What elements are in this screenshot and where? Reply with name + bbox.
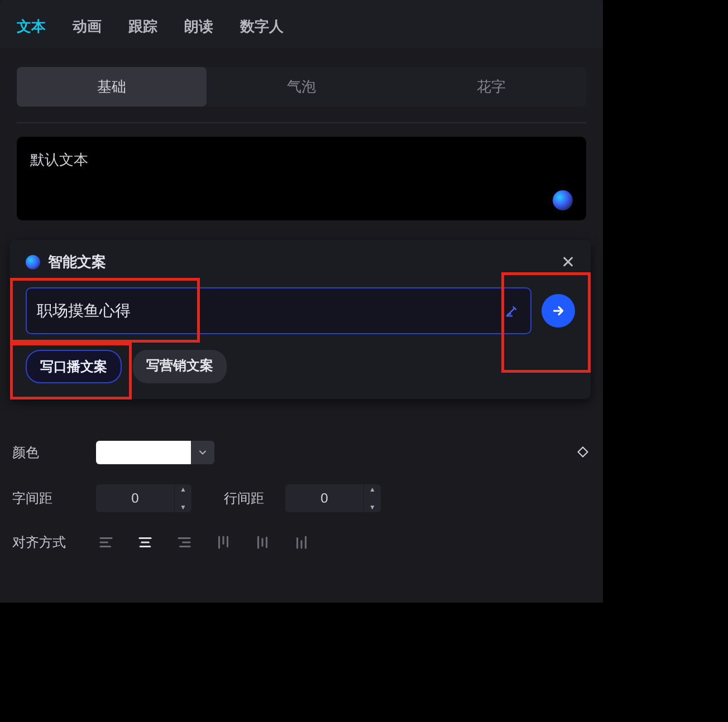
letter-spacing-label: 字间距 bbox=[12, 489, 96, 507]
color-picker[interactable] bbox=[96, 441, 214, 464]
line-spacing-input[interactable]: 0 bbox=[285, 484, 363, 512]
tab-avatar[interactable]: 数字人 bbox=[240, 17, 284, 36]
color-label: 颜色 bbox=[12, 444, 96, 461]
ai-orb-icon[interactable] bbox=[553, 190, 573, 210]
row-spacing: 字间距 0 ▲ ▼ 行间距 0 ▲ ▼ bbox=[12, 484, 591, 512]
stepper-down-icon[interactable]: ▼ bbox=[175, 504, 191, 510]
letter-spacing-input[interactable]: 0 bbox=[96, 484, 174, 512]
pill-voiceover-copy[interactable]: 写口播文案 bbox=[26, 350, 122, 383]
text-content-area[interactable]: 默认文本 bbox=[17, 137, 586, 220]
align-vertical-left-icon[interactable] bbox=[213, 532, 233, 552]
stepper-up-icon[interactable]: ▲ bbox=[175, 487, 191, 492]
pill-marketing-copy[interactable]: 写营销文案 bbox=[133, 350, 227, 383]
ai-input-field[interactable] bbox=[26, 287, 531, 334]
text-settings: 颜色 字间距 0 ▲ ▼ 行间距 0 bbox=[12, 441, 591, 572]
tab-text[interactable]: 文本 bbox=[17, 17, 46, 36]
color-swatch[interactable] bbox=[96, 441, 191, 464]
keyframe-diamond-icon[interactable] bbox=[576, 445, 591, 460]
align-center-icon[interactable] bbox=[135, 532, 155, 552]
ai-logo-icon bbox=[26, 255, 40, 269]
sub-tab-artfont[interactable]: 花字 bbox=[396, 67, 586, 107]
sub-tab-bubble[interactable]: 气泡 bbox=[207, 67, 396, 107]
tab-tts[interactable]: 朗读 bbox=[184, 17, 213, 36]
align-vertical-center-icon[interactable] bbox=[252, 532, 272, 552]
tab-animation[interactable]: 动画 bbox=[73, 17, 102, 36]
ai-input-row bbox=[26, 287, 575, 334]
align-icons bbox=[96, 532, 312, 552]
close-icon[interactable]: ✕ bbox=[561, 252, 575, 272]
ai-type-row: 写口播文案 写营销文案 bbox=[26, 350, 575, 383]
magic-wand-icon[interactable] bbox=[504, 302, 520, 319]
text-panel: 文本 动画 跟踪 朗读 数字人 基础 气泡 花字 默认文本 智能文案 ✕ bbox=[0, 0, 603, 603]
default-text-value: 默认文本 bbox=[30, 150, 573, 170]
top-tabs: 文本 动画 跟踪 朗读 数字人 bbox=[0, 0, 603, 47]
align-label: 对齐方式 bbox=[12, 533, 96, 551]
align-left-icon[interactable] bbox=[96, 532, 116, 552]
arrow-right-icon bbox=[551, 304, 566, 318]
chevron-down-icon[interactable] bbox=[191, 441, 214, 464]
ai-prompt-input[interactable] bbox=[37, 302, 504, 320]
stepper-down-icon[interactable]: ▼ bbox=[364, 504, 381, 510]
ai-send-button[interactable] bbox=[542, 294, 575, 328]
ai-popup-header: 智能文案 ✕ bbox=[26, 252, 575, 272]
line-spacing-stepper[interactable]: ▲ ▼ bbox=[364, 484, 381, 512]
sub-tabs: 基础 气泡 花字 bbox=[17, 67, 586, 107]
ai-copy-popup: 智能文案 ✕ 写口播文案 写营销文案 bbox=[10, 240, 591, 399]
ai-popup-title: 智能文案 bbox=[48, 252, 106, 272]
letter-spacing-stepper[interactable]: ▲ ▼ bbox=[175, 484, 191, 512]
tab-tracking[interactable]: 跟踪 bbox=[128, 17, 157, 36]
row-color: 颜色 bbox=[12, 441, 591, 464]
stepper-up-icon[interactable]: ▲ bbox=[364, 487, 381, 492]
line-spacing-label: 行间距 bbox=[224, 489, 285, 507]
sub-tab-basic[interactable]: 基础 bbox=[17, 67, 207, 107]
align-vertical-right-icon[interactable] bbox=[291, 532, 312, 552]
align-right-icon[interactable] bbox=[174, 532, 194, 552]
row-align: 对齐方式 bbox=[12, 532, 591, 552]
svg-rect-0 bbox=[578, 447, 588, 457]
divider bbox=[17, 122, 586, 123]
